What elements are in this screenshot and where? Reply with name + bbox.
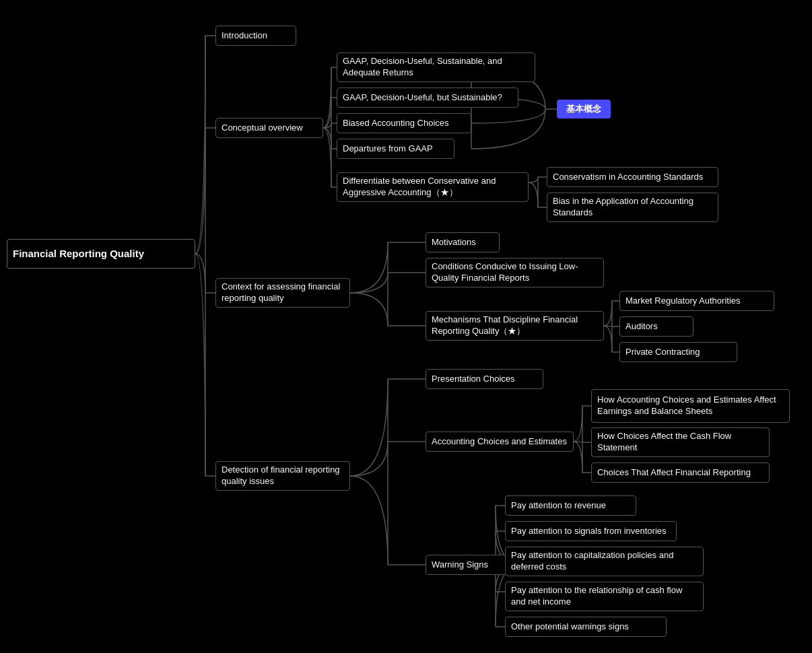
gaap2-node: GAAP, Decision-Useful, but Sustainable? [337,88,518,108]
context-label: Context for assessing financial reportin… [222,281,344,304]
accounting-choices-node: Accounting Choices and Estimates [426,432,574,452]
how-choices-label: How Choices Affect the Cash Flow Stateme… [597,431,764,454]
warning-signs-label: Warning Signs [432,559,488,571]
presentation-node: Presentation Choices [426,369,543,389]
motivations-node: Motivations [426,232,500,252]
conceptual-overview-node: Conceptual overview [215,118,323,138]
market-reg-label: Market Regulatory Authorities [625,296,741,307]
departures-label: Departures from GAAP [343,143,433,155]
departures-node: Departures from GAAP [337,139,454,159]
bias-app-label: Bias in the Application of Accounting St… [553,196,712,219]
gaap1-label: GAAP, Decision-Useful, Sustainable, and … [343,56,529,79]
differentiate-node: Differentiate between Conservative and A… [337,172,529,202]
pay-capitalization-node: Pay attention to capitalization policies… [505,547,704,576]
other-warnings-label: Other potential warnings signs [511,621,629,633]
mechanisms-label: Mechanisms That Discipline Financial Rep… [432,314,598,337]
how-choices-node: How Choices Affect the Cash Flow Stateme… [591,427,770,457]
pay-revenue-node: Pay attention to revenue [505,495,636,516]
root-node: Financial Reporting Quality [7,239,195,269]
market-reg-node: Market Regulatory Authorities [619,291,774,311]
motivations-label: Motivations [432,237,476,248]
biased-label: Biased Accounting Choices [343,118,449,129]
conditions-node: Conditions Conducive to Issuing Low-Qual… [426,258,604,287]
private-label: Private Contracting [625,347,700,358]
presentation-label: Presentation Choices [432,374,515,385]
pay-capitalization-label: Pay attention to capitalization policies… [511,550,698,573]
bias-app-node: Bias in the Application of Accounting St… [547,193,718,222]
pay-cashflow-node: Pay attention to the relationship of cas… [505,582,704,611]
detection-label: Detection of financial reporting quality… [222,465,344,487]
conceptual-overview-label: Conceptual overview [222,123,303,134]
choices-affect-node: Choices That Affect Financial Reporting [591,462,770,483]
other-warnings-node: Other potential warnings signs [505,617,667,637]
root-label: Financial Reporting Quality [13,247,144,261]
auditors-label: Auditors [625,321,658,333]
detection-node: Detection of financial reporting quality… [215,461,350,491]
mind-map: Financial Reporting Quality Introduction… [0,0,812,653]
choices-affect-label: Choices That Affect Financial Reporting [597,467,751,479]
basic-concept-label: 基本概念 [566,104,601,115]
conservatism-node: Conservatism in Accounting Standards [547,167,718,187]
pay-revenue-label: Pay attention to revenue [511,500,606,512]
biased-node: Biased Accounting Choices [337,113,471,133]
auditors-node: Auditors [619,316,693,337]
context-node: Context for assessing financial reportin… [215,278,350,308]
accounting-choices-label: Accounting Choices and Estimates [432,436,567,448]
introduction-node: Introduction [215,26,296,46]
private-node: Private Contracting [619,342,737,362]
how-accounting-node: How Accounting Choices and Estimates Aff… [591,389,790,423]
conditions-label: Conditions Conducive to Issuing Low-Qual… [432,261,598,284]
pay-inventories-label: Pay attention to signals from inventorie… [511,526,667,537]
introduction-label: Introduction [222,30,267,42]
how-accounting-label: How Accounting Choices and Estimates Aff… [597,394,784,417]
differentiate-label: Differentiate between Conservative and A… [343,176,522,199]
conservatism-label: Conservatism in Accounting Standards [553,172,703,183]
gaap1-node: GAAP, Decision-Useful, Sustainable, and … [337,53,535,82]
basic-concept-node: 基本概念 [557,100,611,118]
gaap2-label: GAAP, Decision-Useful, but Sustainable? [343,92,502,104]
pay-cashflow-label: Pay attention to the relationship of cas… [511,585,698,608]
pay-inventories-node: Pay attention to signals from inventorie… [505,521,677,541]
mechanisms-node: Mechanisms That Discipline Financial Rep… [426,311,604,341]
